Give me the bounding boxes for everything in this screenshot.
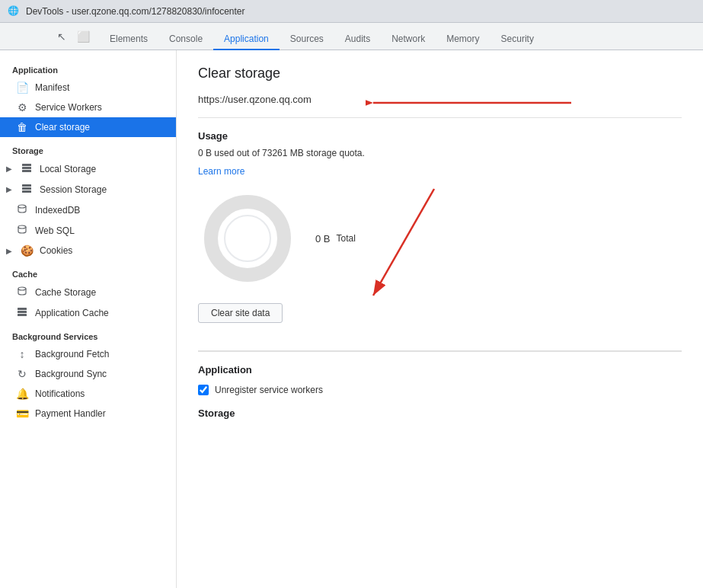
unregister-service-workers-checkbox[interactable] bbox=[198, 385, 209, 395]
sidebar-item-payment-handler[interactable]: 💳 Payment Handler bbox=[0, 404, 176, 423]
session-storage-icon bbox=[20, 183, 34, 196]
sidebar-label-background-sync: Background Sync bbox=[35, 369, 107, 379]
sidebar-item-notifications[interactable]: 🔔 Notifications bbox=[0, 384, 176, 404]
sidebar-section-application: Application bbox=[0, 56, 176, 78]
payment-handler-icon: 💳 bbox=[15, 407, 29, 420]
url-row: https://user.qzone.qq.com bbox=[198, 94, 682, 118]
url-text: https://user.qzone.qq.com bbox=[198, 94, 312, 105]
svg-rect-1 bbox=[22, 167, 31, 169]
cursor-icon[interactable]: ↖ bbox=[53, 28, 70, 45]
svg-point-7 bbox=[18, 225, 26, 228]
sidebar-item-cookies[interactable]: ▶ 🍪 Cookies bbox=[0, 241, 176, 260]
sidebar-item-indexeddb[interactable]: IndexedDB bbox=[0, 200, 176, 220]
svg-point-6 bbox=[18, 205, 26, 208]
usage-title: Usage bbox=[198, 130, 682, 142]
nav-icon-group: ↖ ⬜ bbox=[46, 28, 99, 50]
usage-description: 0 B used out of 73261 MB storage quota. bbox=[198, 148, 682, 158]
sidebar-section-cache: Cache bbox=[0, 260, 176, 282]
svg-rect-0 bbox=[22, 164, 31, 166]
sidebar: Application 📄 Manifest ⚙ Service Workers… bbox=[0, 50, 177, 588]
application-cache-icon bbox=[15, 306, 29, 319]
expand-local-storage-icon: ▶ bbox=[6, 165, 12, 173]
clear-site-data-button[interactable]: Clear site data bbox=[198, 303, 283, 323]
tab-sources[interactable]: Sources bbox=[280, 29, 334, 50]
sidebar-item-background-sync[interactable]: ↻ Background Sync bbox=[0, 364, 176, 384]
sidebar-item-cache-storage[interactable]: Cache Storage bbox=[0, 282, 176, 302]
manifest-icon: 📄 bbox=[15, 81, 29, 94]
local-storage-icon bbox=[20, 162, 34, 175]
expand-session-storage-icon: ▶ bbox=[6, 185, 12, 193]
sidebar-label-payment-handler: Payment Handler bbox=[35, 408, 106, 419]
web-sql-icon bbox=[15, 224, 29, 237]
sidebar-label-indexeddb: IndexedDB bbox=[35, 205, 80, 216]
svg-rect-10 bbox=[18, 311, 27, 313]
top-nav: ↖ ⬜ Elements Console Application Sources… bbox=[0, 23, 703, 50]
tab-audits[interactable]: Audits bbox=[334, 29, 381, 50]
legend-value: 0 B bbox=[315, 233, 331, 244]
sidebar-item-clear-storage[interactable]: 🗑 Clear storage bbox=[0, 117, 176, 137]
notifications-icon: 🔔 bbox=[15, 388, 29, 400]
tab-elements[interactable]: Elements bbox=[99, 29, 158, 50]
sidebar-label-clear-storage: Clear storage bbox=[35, 122, 90, 133]
device-toggle-icon[interactable]: ⬜ bbox=[75, 28, 91, 45]
tab-security[interactable]: Security bbox=[491, 29, 545, 50]
sidebar-label-cache-storage: Cache Storage bbox=[35, 287, 96, 298]
content-area: Clear storage https://user.qzone.qq.com … bbox=[177, 50, 703, 588]
sidebar-section-background: Background Services bbox=[0, 323, 176, 344]
url-arrow-annotation bbox=[366, 94, 579, 112]
svg-point-15 bbox=[225, 216, 270, 261]
background-sync-icon: ↻ bbox=[15, 368, 29, 380]
unregister-service-workers-row: Unregister service workers bbox=[198, 385, 682, 395]
sidebar-label-web-sql: Web SQL bbox=[35, 225, 75, 236]
window-title: DevTools - user.qzone.qq.com/1278820830/… bbox=[26, 6, 245, 17]
svg-rect-5 bbox=[22, 190, 31, 193]
sidebar-label-notifications: Notifications bbox=[35, 388, 85, 399]
sidebar-item-background-fetch[interactable]: ↕ Background Fetch bbox=[0, 344, 176, 364]
svg-rect-2 bbox=[22, 170, 31, 172]
legend-label: Total bbox=[337, 233, 356, 244]
sidebar-label-service-workers: Service Workers bbox=[35, 102, 102, 113]
cache-storage-icon bbox=[15, 286, 29, 299]
svg-point-8 bbox=[18, 287, 26, 290]
tab-memory[interactable]: Memory bbox=[436, 29, 490, 50]
usage-section: Usage 0 B used out of 73261 MB storage q… bbox=[198, 118, 682, 351]
service-workers-icon: ⚙ bbox=[15, 101, 29, 113]
sidebar-item-service-workers[interactable]: ⚙ Service Workers bbox=[0, 97, 176, 117]
sidebar-item-web-sql[interactable]: Web SQL bbox=[0, 220, 176, 241]
main-layout: Application 📄 Manifest ⚙ Service Workers… bbox=[0, 50, 703, 588]
svg-rect-11 bbox=[18, 314, 27, 316]
sidebar-item-application-cache[interactable]: Application Cache bbox=[0, 302, 176, 323]
sidebar-label-background-fetch: Background Fetch bbox=[35, 349, 109, 360]
expand-cookies-icon: ▶ bbox=[6, 247, 12, 255]
page-title: Clear storage bbox=[198, 66, 682, 81]
unregister-service-workers-label: Unregister service workers bbox=[215, 385, 323, 395]
application-section-title: Application bbox=[198, 364, 682, 375]
sidebar-label-manifest: Manifest bbox=[35, 82, 69, 93]
chrome-icon: 🌐 bbox=[8, 5, 20, 18]
svg-rect-4 bbox=[22, 187, 31, 190]
chart-area: 0 B Total bbox=[198, 189, 682, 288]
tab-console[interactable]: Console bbox=[158, 29, 213, 50]
sidebar-item-session-storage[interactable]: ▶ Session Storage bbox=[0, 179, 176, 200]
sidebar-label-session-storage: Session Storage bbox=[40, 184, 107, 195]
sidebar-label-application-cache: Application Cache bbox=[35, 308, 109, 318]
tab-network[interactable]: Network bbox=[381, 29, 436, 50]
storage-section-title: Storage bbox=[198, 407, 682, 419]
content-inner: Clear storage https://user.qzone.qq.com … bbox=[177, 50, 703, 434]
section-divider-application bbox=[198, 351, 682, 352]
legend-total: 0 B Total bbox=[315, 233, 356, 244]
sidebar-label-cookies: Cookies bbox=[40, 245, 72, 256]
tab-application[interactable]: Application bbox=[213, 29, 280, 50]
svg-line-17 bbox=[373, 189, 434, 296]
svg-rect-9 bbox=[18, 308, 27, 310]
svg-rect-3 bbox=[22, 184, 31, 187]
clear-storage-icon: 🗑 bbox=[15, 121, 29, 133]
learn-more-link[interactable]: Learn more bbox=[198, 166, 682, 177]
indexeddb-icon bbox=[15, 203, 29, 216]
donut-chart bbox=[198, 189, 297, 288]
chart-legend: 0 B Total bbox=[315, 233, 356, 244]
sidebar-item-local-storage[interactable]: ▶ Local Storage bbox=[0, 158, 176, 179]
sidebar-item-manifest[interactable]: 📄 Manifest bbox=[0, 78, 176, 97]
sidebar-label-local-storage: Local Storage bbox=[40, 164, 96, 174]
title-bar: 🌐 DevTools - user.qzone.qq.com/127882083… bbox=[0, 0, 703, 23]
